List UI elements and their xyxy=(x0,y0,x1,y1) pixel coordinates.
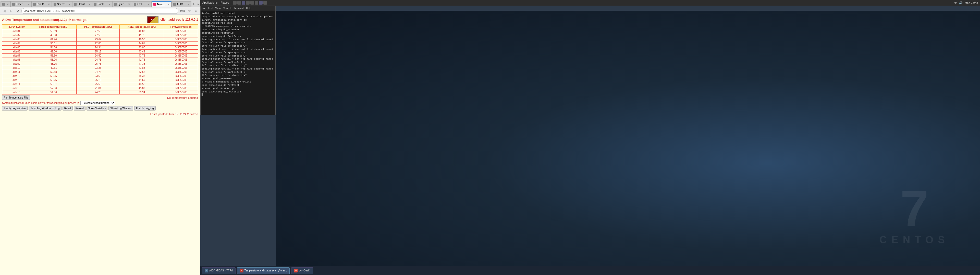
table-cell-4-2: 24.94 xyxy=(76,46,120,50)
tray-icon-5 xyxy=(250,1,254,5)
table-row: aida0855.0624.7541.750x3350706 xyxy=(2,58,198,62)
back-button[interactable]: ◀ xyxy=(2,8,7,14)
table-cell-4-1: 54.56 xyxy=(30,46,76,50)
log-btn-reset[interactable]: Reset xyxy=(62,106,73,111)
gnome-places[interactable]: Places xyxy=(221,1,229,5)
table-cell-3-0: aida04 xyxy=(2,41,31,46)
table-row: aida0456.3122.8844.810x3350706 xyxy=(2,41,198,46)
terminal-line: ▋ xyxy=(202,93,274,97)
table-cell-1-3: 41.75 xyxy=(120,33,164,38)
tab-close-asic[interactable]: ✕ xyxy=(188,3,189,6)
tab-close-sys[interactable]: ✕ xyxy=(128,3,130,6)
tab-stats[interactable]: Statistics @ carme-c... ✕ xyxy=(72,1,92,7)
forward-button[interactable]: ▶ xyxy=(8,8,14,14)
plot-temperature-button[interactable]: Plot Temperature File xyxy=(2,95,30,100)
log-btn-send-log-window-to-tlog[interactable]: Send Log Window to tLog xyxy=(29,106,62,111)
centos-number: 7 xyxy=(880,183,950,234)
tab-sys[interactable]: System wide Checki... ✕ xyxy=(112,1,132,7)
table-cell-12-3: 41.69 xyxy=(120,78,164,82)
tab-asic[interactable]: ASIC Control @ carr... ✕ xyxy=(172,1,191,7)
menu-button[interactable]: ≡ xyxy=(193,8,199,14)
client-address: client address is 127.0.0.1 xyxy=(161,18,198,21)
th-system: FET64 System xyxy=(2,25,31,29)
tab-close-aida[interactable]: ✕ xyxy=(7,3,9,6)
tab-favicon-spectrum xyxy=(54,3,56,6)
tab-close-temp[interactable]: ✕ xyxy=(168,3,170,6)
log-btn-show-variables[interactable]: Show Variables xyxy=(86,106,108,111)
terminal-menu-edit[interactable]: Edit xyxy=(208,7,213,9)
bookmark-button[interactable]: ☆ xyxy=(186,8,192,14)
table-header-row: FET64 System Virtex Temperature(65C) PSU… xyxy=(2,25,198,29)
no-log-text: No Temperature Logging xyxy=(167,96,198,99)
taskbar-item-anydesk[interactable]: D [AnyDesk] xyxy=(291,267,313,274)
aida-title-bar: AIDA: Temperature and status scan(1.12) … xyxy=(2,16,198,23)
tab-spectrum[interactable]: Spectrum Browser @... ✕ xyxy=(52,1,72,7)
table-row: aida0248.5027.5041.750x3350706 xyxy=(2,33,198,38)
table-cell-10-2: 24.75 xyxy=(76,70,120,74)
terminal-menu-terminal[interactable]: Terminal xyxy=(234,7,244,9)
taskbar-item-aida[interactable]: A AIDA MIDAS HTTPd xyxy=(202,267,235,274)
tray-icon-8 xyxy=(263,1,267,5)
terminal-line: lf": no such file or directory" xyxy=(202,74,274,77)
table-cell-7-3: 41.75 xyxy=(120,58,164,62)
tab-favicon-run xyxy=(33,3,36,6)
log-btn-show-log-window[interactable]: Show Log Window xyxy=(108,106,133,111)
tab-exp[interactable]: Experiment Control @... ✕ xyxy=(11,1,32,7)
taskbar-label-temp: Temperature and status scan @ car... xyxy=(245,269,287,272)
select-function-dropdown[interactable]: Select required function xyxy=(80,101,115,105)
tab-close-ctrl[interactable]: ✕ xyxy=(108,3,110,6)
table-cell-12-0: aida13 xyxy=(2,78,31,82)
table-cell-2-3: 40.50 xyxy=(120,38,164,41)
url-bar[interactable]: localhost:8015/AIDA/TSCAN/TSCAN.ttml xyxy=(21,8,178,14)
tab-ctrl[interactable]: Control @ carme-gsi... ✕ xyxy=(92,1,112,7)
log-btn-reload[interactable]: Reload xyxy=(74,106,86,111)
new-tab-button[interactable]: + xyxy=(191,1,196,7)
tab-overflow-button[interactable]: » xyxy=(196,1,200,7)
taskbar-item-temp[interactable]: T Temperature and status scan @ car... xyxy=(237,267,290,274)
tab-aida[interactable]: AIDA ✕ xyxy=(0,1,11,7)
terminal-line: lf": no such file or directory" xyxy=(202,44,274,48)
th-psu: PSU Temperature(35C) xyxy=(76,25,120,29)
network-icon: ⊕ xyxy=(954,1,957,5)
terminal-menu-search[interactable]: Search xyxy=(223,7,231,9)
terminal-menubar: FileEditViewSearchTerminalHelp xyxy=(200,6,275,11)
centos-text: CENTOS xyxy=(880,234,950,245)
table-cell-15-0: aida16 xyxy=(2,90,31,95)
table-cell-13-2: 25.56 xyxy=(76,82,120,86)
terminal-body[interactable]: RunControlClient loadedCompleted custom … xyxy=(200,11,275,115)
table-row: aida1040.3123.2541.880x3350706 xyxy=(2,66,198,70)
table-cell-15-3: 39.94 xyxy=(120,90,164,95)
table-row: aida0758.5024.5043.750x3350706 xyxy=(2,54,198,58)
desktop: 7 CENTOS xyxy=(275,11,980,266)
gnome-applications[interactable]: Applications xyxy=(202,1,218,5)
tab-gsi[interactable]: GSI White Rabbit Ti... ✕ xyxy=(132,1,151,7)
table-cell-11-4: 0x3350706 xyxy=(164,74,198,78)
table-row: aida1651.0624.2539.940x3350706 xyxy=(2,90,198,95)
log-btn-empty-log-window[interactable]: Empty Log Window xyxy=(2,106,27,111)
terminal-line: done executing do_PreReset xyxy=(202,28,274,32)
tab-close-run[interactable]: ✕ xyxy=(48,3,50,6)
log-btn-enable-logging[interactable]: Enable Logging xyxy=(134,106,156,111)
reload-button[interactable]: ↺ xyxy=(15,8,21,14)
tab-close-stats[interactable]: ✕ xyxy=(88,3,90,6)
table-cell-13-1: 53.31 xyxy=(30,82,76,86)
table-cell-6-0: aida07 xyxy=(2,54,31,58)
table-cell-0-1: 56.69 xyxy=(30,29,76,33)
terminal-menu-file[interactable]: File xyxy=(202,7,206,9)
terminal-menu-view[interactable]: View xyxy=(215,7,221,9)
tab-close-gsi[interactable]: ✕ xyxy=(148,3,150,6)
tab-close-spectrum[interactable]: ✕ xyxy=(68,3,70,6)
table-cell-6-3: 43.75 xyxy=(120,54,164,58)
table-cell-8-3: 47.38 xyxy=(120,62,164,66)
table-cell-8-2: 25.75 xyxy=(76,62,120,66)
table-cell-2-2: 29.62 xyxy=(76,38,120,41)
table-cell-10-3: 42.62 xyxy=(120,70,164,74)
tab-close-exp[interactable]: ✕ xyxy=(27,3,30,6)
table-cell-5-3: 43.44 xyxy=(120,50,164,54)
terminal-menu-help[interactable]: Help xyxy=(246,7,251,9)
tab-run[interactable]: Run Control @ carm-... ✕ xyxy=(32,1,52,7)
table-cell-11-0: aida12 xyxy=(2,74,31,78)
tab-temp[interactable]: Temperature and sta... ✕ xyxy=(151,1,172,7)
table-cell-11-2: 23.69 xyxy=(76,74,120,78)
zoom-indicator: 80% xyxy=(180,9,186,12)
